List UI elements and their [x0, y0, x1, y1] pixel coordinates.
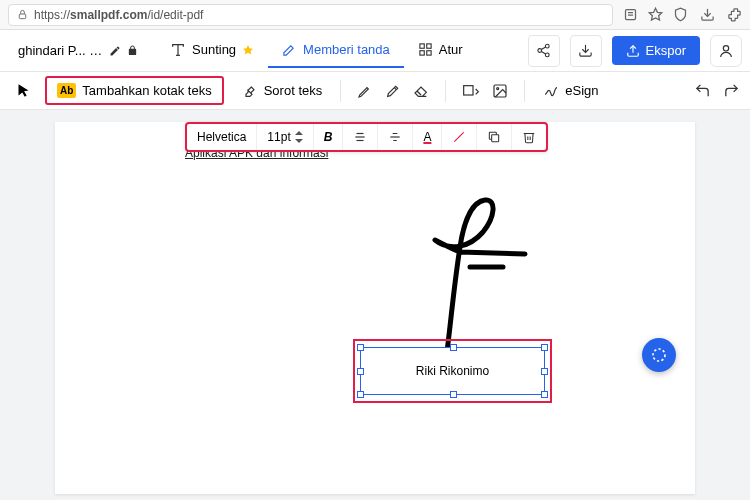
account-button[interactable] — [710, 35, 742, 67]
share-button[interactable] — [528, 35, 560, 67]
pdf-page[interactable]: Helvetica 11pt B A Aplikasi APK dari inf… — [55, 122, 695, 494]
reader-icon[interactable] — [623, 7, 638, 22]
resize-handle[interactable] — [357, 368, 364, 375]
svg-line-17 — [541, 47, 545, 49]
bold-button[interactable]: B — [314, 124, 344, 150]
tab-markup[interactable]: Memberi tanda — [268, 34, 404, 68]
export-button[interactable]: Ekspor — [612, 36, 700, 65]
svg-point-15 — [545, 53, 549, 57]
pen-tool[interactable] — [357, 83, 373, 99]
svg-marker-24 — [295, 131, 303, 135]
esign-icon — [543, 83, 559, 99]
svg-point-14 — [538, 49, 542, 53]
edit-tab-icon — [170, 42, 186, 58]
resize-handle[interactable] — [357, 344, 364, 351]
svg-line-16 — [541, 51, 545, 53]
svg-rect-11 — [420, 51, 424, 55]
tab-edit[interactable]: Sunting — [156, 34, 268, 68]
svg-point-32 — [653, 349, 665, 361]
organize-tab-icon — [418, 42, 433, 57]
resize-handle[interactable] — [450, 344, 457, 351]
resize-handle[interactable] — [450, 391, 457, 398]
esign-button[interactable]: eSign — [533, 78, 608, 104]
canvas-area: Helvetica 11pt B A Aplikasi APK dari inf… — [0, 110, 750, 500]
svg-rect-0 — [19, 14, 25, 19]
textbox-content[interactable]: Riki Rikonimo — [416, 364, 489, 378]
svg-rect-10 — [427, 44, 431, 48]
add-textbox-button[interactable]: Ab Tambahkan kotak teks — [45, 76, 224, 105]
lock-icon — [17, 9, 28, 20]
duplicate-button[interactable] — [477, 124, 512, 150]
svg-point-20 — [723, 45, 728, 50]
svg-rect-21 — [464, 85, 473, 94]
image-tool[interactable] — [492, 83, 508, 99]
textbox-selection[interactable]: Riki Rikonimo — [360, 347, 545, 395]
resize-handle[interactable] — [357, 391, 364, 398]
star-badge-icon — [242, 44, 254, 56]
font-select[interactable]: Helvetica — [187, 124, 257, 150]
svg-marker-4 — [649, 8, 662, 20]
svg-marker-25 — [295, 139, 303, 143]
bookmark-star-icon[interactable] — [648, 7, 663, 22]
text-color-button[interactable]: A — [413, 124, 442, 150]
delete-button[interactable] — [512, 124, 546, 150]
textbox-ab-icon: Ab — [57, 83, 76, 98]
undo-button[interactable] — [694, 82, 711, 99]
resize-handle[interactable] — [541, 391, 548, 398]
border-color-button[interactable] — [442, 124, 477, 150]
url-text: https://smallpdf.com/id/edit-pdf — [34, 8, 203, 22]
eraser-tool[interactable] — [413, 83, 429, 99]
font-size-stepper[interactable]: 11pt — [257, 124, 313, 150]
text-format-toolbar: Helvetica 11pt B A — [185, 122, 548, 152]
help-fab[interactable] — [642, 338, 676, 372]
document-tab[interactable]: ghindari P... .pdf — [8, 43, 148, 58]
svg-rect-31 — [492, 135, 499, 142]
highlight-text-button[interactable]: Sorot teks — [232, 78, 333, 104]
tab-organize[interactable]: Atur — [404, 34, 477, 68]
pencil-icon — [109, 45, 121, 57]
shape-tool[interactable] — [462, 83, 480, 99]
resize-handle[interactable] — [541, 344, 548, 351]
download-button[interactable] — [570, 35, 602, 67]
redo-button[interactable] — [723, 82, 740, 99]
shield-icon[interactable] — [673, 7, 688, 22]
marker-tool[interactable] — [385, 83, 401, 99]
svg-rect-9 — [420, 44, 424, 48]
url-bar[interactable]: https://smallpdf.com/id/edit-pdf — [8, 4, 613, 26]
cursor-tool[interactable] — [10, 79, 37, 102]
lock-small-icon — [127, 45, 138, 56]
align-button[interactable] — [343, 124, 378, 150]
svg-point-13 — [545, 44, 549, 48]
strikethrough-button[interactable] — [378, 124, 413, 150]
highlighter-icon — [242, 83, 258, 99]
svg-marker-8 — [243, 45, 253, 55]
markup-tab-icon — [282, 42, 297, 57]
svg-line-30 — [455, 132, 464, 141]
extension-icon[interactable] — [727, 7, 742, 22]
svg-point-23 — [497, 87, 499, 89]
svg-rect-12 — [427, 51, 431, 55]
resize-handle[interactable] — [541, 368, 548, 375]
download-icon[interactable] — [700, 7, 715, 22]
